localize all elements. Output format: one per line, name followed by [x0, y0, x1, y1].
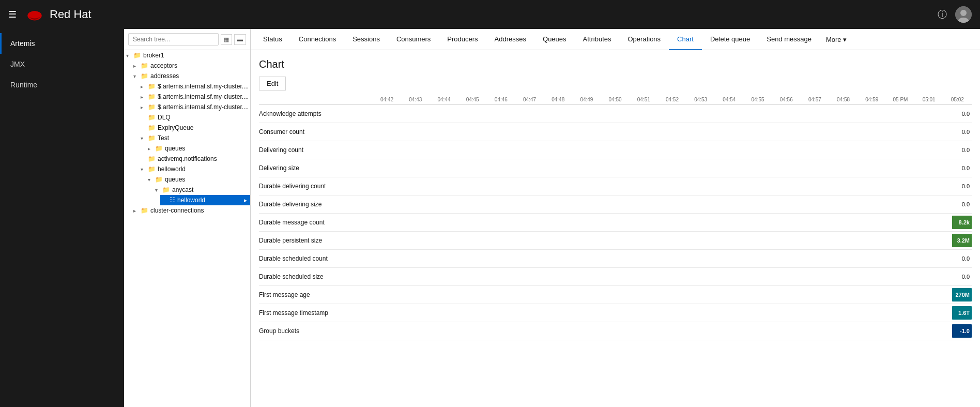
time-tick: 04:54 — [715, 97, 743, 102]
tree-node-test-queues-text: queues — [165, 145, 185, 152]
tab-delete-queue[interactable]: Delete queue — [702, 29, 758, 50]
chart-row: Durable persistent size3.2M — [259, 232, 972, 250]
tab-queues[interactable]: Queues — [534, 29, 575, 50]
chevron-right-icon: ▸ — [141, 94, 148, 100]
tree-node-cluster-connections-label[interactable]: ▸ 📁 cluster-connections — [131, 205, 250, 216]
chevron-down-icon: ▾ — [155, 187, 162, 193]
tree-node-artemis1-label[interactable]: ▸ 📁 $.artemis.internal.sf.my-cluster.... — [139, 81, 250, 92]
tab-send-message[interactable]: Send message — [758, 29, 820, 50]
tree-node-helloworld-queues: ▾ 📁 queues ▾ — [146, 174, 250, 205]
folder-icon: 📁 — [155, 176, 163, 183]
time-tick: 04:43 — [401, 97, 430, 102]
help-icon[interactable]: ⓘ — [938, 8, 947, 21]
tree-node-helloworld-queue-text: helloworld — [177, 197, 205, 204]
tree-node-acceptors-text: acceptors — [150, 62, 177, 69]
chart-row: Durable scheduled count0.0 — [259, 250, 972, 268]
folder-icon: 📁 — [148, 114, 156, 121]
tree-node-test: ▾ 📁 Test ▸ 📁 — [139, 133, 250, 154]
folder-icon: 📁 — [162, 186, 170, 193]
tab-more-label: More — [826, 36, 841, 43]
chart-bar: 8.2k — [952, 216, 972, 229]
tab-operations[interactable]: Operations — [620, 29, 669, 50]
sidebar-item-runtime[interactable]: Runtime — [0, 74, 124, 95]
tree-node-test-label[interactable]: ▾ 📁 Test — [139, 133, 250, 143]
brand: Red Hat — [25, 5, 91, 24]
chart-row-value: 0.0 — [962, 147, 970, 153]
tree-node-activemq-label[interactable]: 📁 activemq.notifications — [139, 154, 250, 164]
tab-connections[interactable]: Connections — [290, 29, 344, 50]
tree-node-acceptors: ▸ 📁 acceptors — [131, 61, 250, 71]
hamburger-menu[interactable]: ☰ — [8, 9, 17, 20]
tree-node-expiryqueue-label[interactable]: 📁 ExpiryQueue — [139, 123, 250, 133]
tree-node-anycast: ▾ 📁 anycast — [153, 185, 250, 205]
chart-row-bar-area: 0.0 — [373, 105, 972, 123]
tree-node-dlq-label[interactable]: 📁 DLQ — [139, 112, 250, 123]
chart-row: Acknowledge attempts0.0 — [259, 105, 972, 123]
time-tick: 04:42 — [373, 97, 401, 102]
tree-node-addresses: ▾ 📁 addresses ▸ 📁 $.artemis.internal.sf. — [131, 71, 250, 205]
tab-producers[interactable]: Producers — [439, 29, 486, 50]
search-input[interactable] — [128, 33, 219, 46]
tree-node-addresses-label[interactable]: ▾ 📁 addresses — [131, 71, 250, 81]
tab-more[interactable]: More ▾ — [820, 29, 853, 50]
time-tick: 04:46 — [487, 97, 515, 102]
svg-point-2 — [960, 10, 967, 16]
chevron-right-icon: ▸ — [141, 84, 148, 89]
time-tick: 04:55 — [743, 97, 772, 102]
tree-node-anycast-label[interactable]: ▾ 📁 anycast — [153, 185, 250, 195]
edit-button[interactable]: Edit — [259, 77, 286, 91]
chart-bar: 3.2M — [952, 234, 972, 247]
tree-node-artemis1: ▸ 📁 $.artemis.internal.sf.my-cluster.... — [139, 81, 250, 92]
sidebar-item-artemis[interactable]: Artemis — [0, 33, 124, 54]
chevron-right-icon: ▸ — [133, 208, 141, 214]
time-tick: 04:44 — [430, 97, 458, 102]
chart-row-value: 0.0 — [962, 274, 970, 280]
tree-node-broker1-label[interactable]: ▾ 📁 broker1 — [124, 50, 250, 61]
time-tick: 04:47 — [515, 97, 544, 102]
tab-attributes[interactable]: Attributes — [575, 29, 620, 50]
folder-icon: 📁 — [133, 52, 141, 59]
chart-row-bar-area: 1.6T — [373, 304, 972, 322]
chart-row: Consumer count0.0 — [259, 123, 972, 141]
tab-consumers[interactable]: Consumers — [388, 29, 439, 50]
tab-chart[interactable]: Chart — [669, 29, 702, 50]
chart-row: Durable delivering size0.0 — [259, 195, 972, 214]
chart-row-value: 0.0 — [962, 255, 970, 262]
expand-all-button[interactable]: ▦ — [221, 34, 232, 45]
tree-node-cluster-connections-text: cluster-connections — [150, 207, 204, 214]
tree-node-acceptors-label[interactable]: ▸ 📁 acceptors — [131, 61, 250, 71]
chart-row-value: 0.0 — [962, 165, 970, 171]
chart-row-label: Durable scheduled count — [259, 252, 373, 265]
collapse-all-button[interactable]: ▬ — [234, 34, 246, 45]
tree-node-helloworld-queues-text: queues — [165, 176, 185, 183]
tab-sessions[interactable]: Sessions — [344, 29, 388, 50]
chart-row: Durable scheduled size0.0 — [259, 268, 972, 286]
tree-node-test-queues-label[interactable]: ▸ 📁 queues — [146, 143, 250, 154]
sidebar-item-jmx[interactable]: JMX — [0, 54, 124, 74]
tree-node-activemq-text: activemq.notifications — [158, 155, 217, 162]
tab-status[interactable]: Status — [255, 29, 290, 50]
tree-node-artemis3-text: $.artemis.internal.sf.my-cluster.... — [158, 103, 249, 111]
chart-rows: Acknowledge attempts0.0Consumer count0.0… — [259, 105, 972, 340]
chevron-down-icon: ▾ — [133, 73, 141, 79]
user-avatar[interactable] — [955, 6, 972, 23]
tab-addresses[interactable]: Addresses — [486, 29, 534, 50]
chart-row: First message timestamp1.6T — [259, 304, 972, 322]
tree-node-expiryqueue: 📁 ExpiryQueue — [139, 123, 250, 133]
chart-row-bar-area: 8.2k — [373, 214, 972, 231]
tree-children-anycast: ☷ helloworld ► — [153, 195, 250, 205]
tree-node-artemis2-label[interactable]: ▸ 📁 $.artemis.internal.sf.my-cluster.... — [139, 92, 250, 102]
time-tick: 05:01 — [915, 97, 943, 102]
tree-node-helloworld-queues-label[interactable]: ▾ 📁 queues — [146, 174, 250, 185]
chart-row-label: First message timestamp — [259, 306, 373, 320]
sidebar-nav: Artemis JMX Runtime — [0, 29, 124, 95]
tree-node-helloworld-label[interactable]: ▾ 📁 helloworld — [139, 164, 250, 174]
tree-node-artemis3-label[interactable]: ▸ 📁 $.artemis.internal.sf.my-cluster.... — [139, 102, 250, 112]
content-area: ▦ ▬ ▾ 📁 broker1 ▸ — [124, 29, 980, 407]
time-axis: 04:4204:4304:4404:4504:4604:4704:4804:49… — [259, 97, 972, 105]
tree-node-arrow: ► — [243, 198, 248, 203]
time-label-row: 04:4204:4304:4404:4504:4604:4704:4804:49… — [373, 97, 972, 102]
time-tick: 04:58 — [829, 97, 858, 102]
tree-node-helloworld-queue-label[interactable]: ☷ helloworld ► — [160, 195, 250, 205]
chart-row: Delivering count0.0 — [259, 141, 972, 159]
